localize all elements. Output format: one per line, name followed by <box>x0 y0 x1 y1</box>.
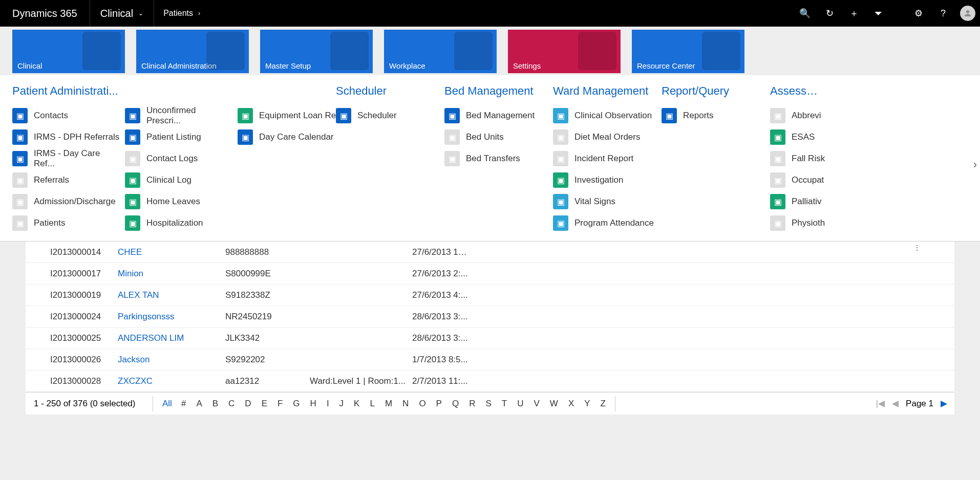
workspace-tile[interactable]: Resource Center <box>632 30 744 73</box>
sitemap-item[interactable]: ▣Bed Units <box>444 126 552 148</box>
sitemap-item[interactable]: ▣Palliativ <box>770 191 826 212</box>
next-page-icon[interactable]: ▶ <box>941 398 947 409</box>
first-page-icon[interactable]: |◀ <box>876 398 885 409</box>
scroll-right-icon[interactable]: › <box>973 158 977 171</box>
cell-nric: aa12312 <box>225 376 310 386</box>
breadcrumb[interactable]: Patients › <box>154 9 209 18</box>
workspace-tile[interactable]: Master Setup <box>260 30 373 73</box>
sitemap-item[interactable]: ▣Clinical Observation <box>553 105 661 126</box>
sitemap-item[interactable]: ▣Occupat <box>770 169 826 191</box>
alpha-letter[interactable]: X <box>568 399 574 409</box>
sitemap-item[interactable]: ▣Incident Report <box>553 148 661 169</box>
alpha-letter[interactable]: B <box>212 399 218 409</box>
sitemap-item[interactable]: ▣Reports <box>662 105 769 126</box>
alpha-letter[interactable]: Y <box>584 399 590 409</box>
sitemap-item[interactable]: ▣Admission/Discharge <box>12 191 120 212</box>
recent-icon[interactable]: ↻ <box>817 0 842 27</box>
alpha-letter[interactable]: W <box>550 399 558 409</box>
alpha-letter[interactable]: C <box>228 399 235 409</box>
alpha-letter[interactable]: O <box>419 399 425 409</box>
cell-name[interactable]: Minion <box>118 269 225 279</box>
entity-icon: ▣ <box>770 215 785 231</box>
cell-name[interactable]: ALEX TAN <box>118 290 225 300</box>
alpha-letter[interactable]: P <box>436 399 442 409</box>
sitemap-item[interactable]: ▣Scheduler <box>336 105 443 126</box>
alpha-letter[interactable]: H <box>310 399 316 409</box>
alpha-letter[interactable]: Q <box>452 399 459 409</box>
alpha-letter[interactable]: G <box>293 399 300 409</box>
alpha-letter[interactable]: N <box>402 399 409 409</box>
workspace-tile[interactable]: Clinical Administration <box>136 30 249 73</box>
help-icon[interactable]: ? <box>931 0 955 27</box>
sitemap-item[interactable]: ▣Investigation <box>553 169 661 191</box>
table-row[interactable]: I2013000026 Jackson S9292202 1/7/2013 8:… <box>26 349 954 370</box>
workspace-tile[interactable]: Settings <box>508 30 621 73</box>
avatar[interactable] <box>955 0 980 27</box>
cell-name[interactable]: Parkingsonsss <box>118 312 225 322</box>
sitemap-item[interactable]: ▣Fall Risk <box>770 148 826 169</box>
table-row[interactable]: I2013000028 ZXCZXC aa12312 Ward:Level 1 … <box>26 370 954 392</box>
gear-icon[interactable]: ⚙ <box>906 0 931 27</box>
filter-icon[interactable]: ⏷ <box>866 0 891 27</box>
sitemap-item[interactable]: ▣ESAS <box>770 126 826 148</box>
table-row[interactable]: I2013000014 CHEE 988888888 27/6/2013 10:… <box>26 242 954 263</box>
sitemap-item[interactable]: ▣Patient Listing <box>125 126 232 148</box>
sitemap-item[interactable]: ▣Bed Transfers <box>444 148 552 169</box>
sitemap-item[interactable]: ▣Vital Signs <box>553 191 661 212</box>
sitemap-item[interactable]: ▣IRMS - DPH Referrals <box>12 126 120 148</box>
alpha-letter[interactable]: I <box>327 399 329 409</box>
alpha-letter[interactable]: L <box>370 399 374 409</box>
entity-icon: ▣ <box>553 129 568 145</box>
sitemap-item[interactable]: ▣Clinical Log <box>125 169 232 191</box>
add-icon[interactable]: ＋ <box>842 0 866 27</box>
alpha-letter[interactable]: T <box>502 399 507 409</box>
alpha-letter[interactable]: V <box>534 399 539 409</box>
table-row[interactable]: I2013000019 ALEX TAN S9182338Z 27/6/2013… <box>26 285 954 306</box>
sitemap-item[interactable]: ▣Unconfirmed Prescri... <box>125 105 232 126</box>
workspace-tile[interactable]: Workplace <box>384 30 497 73</box>
sitemap-item[interactable]: ▣Contact Logs <box>125 148 232 169</box>
search-icon[interactable]: 🔍 <box>793 0 817 27</box>
sitemap-item[interactable]: ▣Patients <box>12 212 120 234</box>
sitemap-item[interactable]: ▣Referrals <box>12 169 120 191</box>
sitemap-item[interactable]: ▣Contacts <box>12 105 120 126</box>
more-icon[interactable]: ⋮ <box>913 244 921 252</box>
prev-page-icon[interactable]: ◀ <box>892 398 899 409</box>
sitemap-item[interactable]: ▣Home Leaves <box>125 191 232 212</box>
alpha-letter[interactable]: # <box>181 399 186 409</box>
alpha-letter[interactable]: R <box>469 399 475 409</box>
alpha-letter[interactable]: J <box>339 399 344 409</box>
alpha-letter[interactable]: K <box>354 399 359 409</box>
cell-name[interactable]: ANDERSON LIM <box>118 333 225 343</box>
module-switcher[interactable]: Clinical ⌄ <box>90 8 154 19</box>
sitemap-item[interactable]: ▣Abbrevi <box>770 105 826 126</box>
entity-icon: ▣ <box>770 172 785 188</box>
sitemap-item[interactable]: ▣Hospitalization <box>125 212 232 234</box>
tile-label: Clinical <box>17 61 42 70</box>
sitemap-item[interactable]: ▣Day Care Calendar <box>238 126 345 148</box>
alpha-letter[interactable]: Z <box>601 399 606 409</box>
sitemap-item[interactable]: ▣Physioth <box>770 212 826 234</box>
alpha-letter[interactable]: E <box>262 399 267 409</box>
brand-label[interactable]: Dynamics 365 <box>0 8 90 19</box>
alpha-letter[interactable]: F <box>278 399 283 409</box>
workspace-tiles: ClinicalClinical AdministrationMaster Se… <box>0 27 980 75</box>
table-row[interactable]: I2013000017 Minion S8000999E 27/6/2013 2… <box>26 263 954 285</box>
alpha-letter[interactable]: S <box>485 399 491 409</box>
alpha-letter[interactable]: U <box>517 399 523 409</box>
table-row[interactable]: I2013000025 ANDERSON LIM JLK3342 28/6/20… <box>26 328 954 349</box>
sitemap-item[interactable]: ▣Bed Management <box>444 105 552 126</box>
alpha-letter[interactable]: M <box>385 399 392 409</box>
workspace-tile[interactable]: Clinical <box>12 30 125 73</box>
cell-name[interactable]: CHEE <box>118 247 225 257</box>
cell-name[interactable]: Jackson <box>118 355 225 365</box>
filter-all[interactable]: All <box>162 399 172 409</box>
alpha-letter[interactable]: A <box>196 399 202 409</box>
sitemap-item[interactable]: ▣Equipment Loan Re... <box>238 105 345 126</box>
sitemap-item[interactable]: ▣IRMS - Day Care Ref... <box>12 148 120 169</box>
cell-name[interactable]: ZXCZXC <box>118 376 225 386</box>
sitemap-item[interactable]: ▣Diet Meal Orders <box>553 126 661 148</box>
alpha-letter[interactable]: D <box>245 399 251 409</box>
table-row[interactable]: I2013000024 Parkingsonsss NR2450219 28/6… <box>26 306 954 328</box>
sitemap-item[interactable]: ▣Program Attendance <box>553 212 661 234</box>
